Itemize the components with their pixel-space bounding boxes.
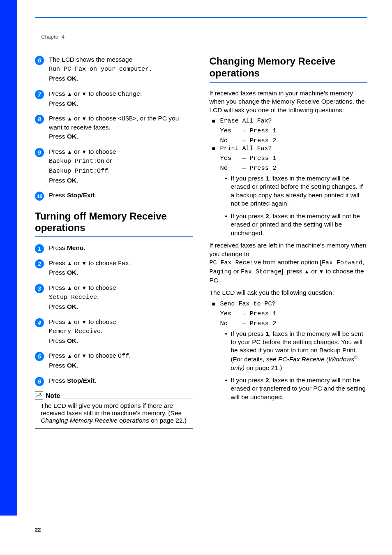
step-line: Press ▲ or ▼ to choose bbox=[49, 148, 193, 156]
step-line: The LCD shows the message bbox=[49, 56, 193, 64]
step-number-badge: 3 bbox=[35, 284, 44, 293]
step-line: Press Menu. bbox=[49, 244, 193, 252]
step: 5Press ▲ or ▼ to choose Off.Press OK. bbox=[35, 352, 193, 370]
lcd-question: ■Send Fax to PC? bbox=[212, 301, 368, 308]
step-number-badge: 6 bbox=[35, 377, 44, 386]
h2-title: Changing Memory Receive operations bbox=[210, 56, 368, 79]
arrow-up-icon: ▲ bbox=[67, 319, 72, 325]
step-line: Press OK. bbox=[49, 176, 193, 185]
step-number-badge: 6 bbox=[35, 56, 44, 65]
arrow-right-icon: → bbox=[241, 137, 250, 144]
intro-paragraph: If received faxes remain in your machine… bbox=[210, 89, 368, 114]
lcd-answer-row: Yes→Press 1 bbox=[220, 310, 368, 317]
step-body: Press Menu. bbox=[49, 244, 193, 253]
square-bullet-icon: ■ bbox=[212, 301, 216, 308]
step-body: Press Stop/Exit. bbox=[49, 191, 193, 200]
step-number-badge: 10 bbox=[35, 192, 44, 201]
square-bullet-icon: ■ bbox=[212, 145, 216, 152]
step: 9Press ▲ or ▼ to choose Backup Print:On … bbox=[35, 148, 193, 186]
step-body: Press ▲ or ▼ to choose Backup Print:On o… bbox=[49, 148, 193, 186]
lcd-question: ■Print All Fax? bbox=[212, 145, 368, 152]
lcd-question-text: Send Fax to PC? bbox=[220, 301, 276, 308]
step-line: Press OK. bbox=[49, 132, 193, 141]
step-line: Press OK. bbox=[49, 99, 193, 108]
header-rule bbox=[35, 17, 367, 18]
step: 4Press ▲ or ▼ to choose Memory Receive.P… bbox=[35, 318, 193, 346]
step-line: Setup Receive. bbox=[49, 293, 193, 302]
step-number-badge: 2 bbox=[35, 259, 44, 268]
step: 6The LCD shows the message Run PC-Fax on… bbox=[35, 56, 193, 84]
lcd-answer-row: No→Press 2 bbox=[220, 320, 368, 327]
step-body: Press ▲ or ▼ to choose <USB>, or the PC … bbox=[49, 114, 193, 142]
note-icon bbox=[35, 391, 43, 400]
step: 10Press Stop/Exit. bbox=[35, 191, 193, 200]
square-bullet-icon: ■ bbox=[212, 118, 216, 125]
step: 6Press Stop/Exit. bbox=[35, 377, 193, 386]
step: 1Press Menu. bbox=[35, 244, 193, 253]
lcd-answer-row: No→Press 2 bbox=[220, 137, 368, 144]
step-number-badge: 7 bbox=[35, 90, 44, 99]
step: 3Press ▲ or ▼ to choose Setup Receive.Pr… bbox=[35, 284, 193, 312]
arrow-down-icon: ▼ bbox=[81, 149, 87, 155]
right-column: Changing Memory Receive operations If re… bbox=[210, 56, 368, 518]
lcd-answer-row: Yes→Press 1 bbox=[220, 127, 368, 134]
heading-changing: Changing Memory Receive operations bbox=[210, 56, 368, 83]
arrow-right-icon: → bbox=[241, 164, 250, 172]
arrow-up-icon: ▲ bbox=[67, 91, 72, 97]
step-line: Press ▲ or ▼ to choose bbox=[49, 284, 193, 292]
step-body: The LCD shows the message Run PC-Fax on … bbox=[49, 56, 193, 84]
h2-title: Turning off Memory Receive operations bbox=[35, 210, 193, 234]
step-number-badge: 1 bbox=[35, 244, 44, 253]
step-line: Press ▲ or ▼ to choose <USB>, or the PC … bbox=[49, 114, 193, 132]
step-body: Press ▲ or ▼ to choose Change.Press OK. bbox=[49, 90, 193, 109]
page-number: 22 bbox=[35, 527, 41, 533]
arrow-down-icon: ▼ bbox=[81, 91, 87, 97]
mid-paragraph-2: The LCD will ask you the following quest… bbox=[210, 289, 368, 297]
arrow-right-icon: → bbox=[241, 310, 250, 317]
lcd-question: ■Erase All Fax? bbox=[212, 118, 368, 125]
note-body: The LCD will give you more options if th… bbox=[35, 400, 193, 429]
page-content: 6The LCD shows the message Run PC-Fax on… bbox=[35, 56, 367, 518]
left-column: 6The LCD shows the message Run PC-Fax on… bbox=[35, 56, 193, 518]
step-body: Press Stop/Exit. bbox=[49, 377, 193, 386]
step-line: Backup Print:On or bbox=[49, 157, 193, 166]
lcd-answer-row: Yes→Press 1 bbox=[220, 155, 368, 162]
arrow-up-icon: ▲ bbox=[304, 268, 309, 275]
arrow-down-icon: ▼ bbox=[81, 319, 87, 325]
arrow-up-icon: ▲ bbox=[67, 260, 72, 266]
step: 2Press ▲ or ▼ to choose Fax.Press OK. bbox=[35, 259, 193, 278]
arrow-down-icon: ▼ bbox=[81, 260, 87, 266]
bullet-item: If you press 1, faxes in the memory will… bbox=[225, 330, 368, 372]
heading-turning-off: Turning off Memory Receive operations bbox=[35, 210, 193, 238]
step-line: Press Stop/Exit. bbox=[49, 191, 193, 199]
arrow-up-icon: ▲ bbox=[67, 353, 72, 359]
step-line: Press OK. bbox=[49, 303, 193, 311]
arrow-right-icon: → bbox=[241, 127, 250, 134]
arrow-right-icon: → bbox=[241, 320, 250, 327]
arrow-up-icon: ▲ bbox=[67, 285, 72, 291]
arrow-down-icon: ▼ bbox=[318, 268, 324, 275]
step-number-badge: 8 bbox=[35, 115, 44, 124]
h2-rule bbox=[210, 82, 368, 83]
chapter-label: Chapter 4 bbox=[41, 34, 65, 40]
h2-rule bbox=[35, 236, 193, 237]
step-number-badge: 5 bbox=[35, 352, 44, 361]
bullet-item: If you press 2, faxes in the memory will… bbox=[225, 376, 368, 401]
bullet-item: If you press 2, faxes in the memory will… bbox=[225, 212, 368, 237]
step: 7Press ▲ or ▼ to choose Change.Press OK. bbox=[35, 90, 193, 109]
step-line: Press Stop/Exit. bbox=[49, 377, 193, 385]
step-body: Press ▲ or ▼ to choose Fax.Press OK. bbox=[49, 259, 193, 278]
step-line: Press ▲ or ▼ to choose Change. bbox=[49, 90, 193, 99]
step-line: Run PC-Fax on your computer. bbox=[49, 65, 193, 74]
arrow-down-icon: ▼ bbox=[81, 353, 87, 359]
arrow-down-icon: ▼ bbox=[81, 116, 87, 122]
step-line: Press ▲ or ▼ to choose bbox=[49, 318, 193, 326]
step-line: Press ▲ or ▼ to choose Off. bbox=[49, 352, 193, 361]
header-left-accent bbox=[0, 0, 17, 17]
arrow-up-icon: ▲ bbox=[67, 116, 72, 122]
step-body: Press ▲ or ▼ to choose Off.Press OK. bbox=[49, 352, 193, 370]
arrow-down-icon: ▼ bbox=[81, 285, 87, 291]
step-body: Press ▲ or ▼ to choose Memory Receive.Pr… bbox=[49, 318, 193, 346]
step-line: Press OK. bbox=[49, 337, 193, 345]
note-label: Note bbox=[46, 392, 60, 400]
